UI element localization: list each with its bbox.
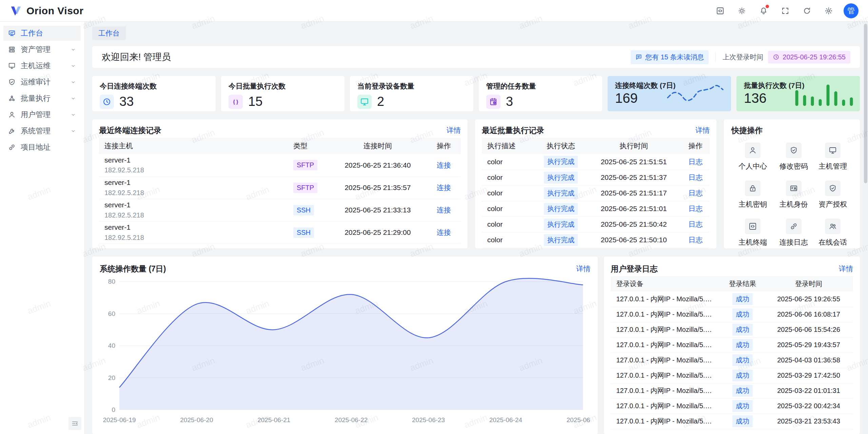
settings-icon[interactable] (822, 4, 835, 18)
sidebar-item-audit[interactable]: 运维审计 (3, 75, 81, 90)
status-badge: 成功 (732, 370, 753, 381)
quick-actions-card: 快捷操作 个人中心修改密码主机管理主机密钥主机身份资产授权主机终端连接日志在线会… (724, 119, 860, 248)
batch-icon (8, 95, 16, 102)
status-badge: 成功 (732, 400, 753, 412)
last-login-label: 上次登录时间 (723, 53, 763, 62)
table-row: 127.0.0.1 - 内网IP - Mozilla/5.0 (Windows … (611, 307, 853, 322)
stat-card: 当前登录设备数量2 (350, 76, 473, 111)
quick-action-label: 个人中心 (738, 162, 767, 171)
status-badge: 成功 (732, 354, 753, 366)
user-avatar[interactable]: 管 (844, 3, 859, 18)
user-login-log-card: 用户登录日志 详情 登录设备登录结果登录时间 127.0.0.1 - 内网IP … (604, 257, 860, 434)
unread-messages-badge[interactable]: 您有 15 条未读消息 (631, 50, 709, 64)
sidebar-item-users[interactable]: 用户管理 (3, 107, 81, 122)
quick-action-连接日志[interactable]: 连接日志 (774, 219, 813, 247)
exec-time: 2025-06-25 21:50:10 (586, 232, 681, 248)
exec-details-link[interactable]: 详情 (695, 126, 710, 135)
sidebar-item-system[interactable]: 系统管理 (3, 124, 81, 138)
svg-text:2025-06-22: 2025-06-22 (335, 416, 368, 423)
terminal-details-link[interactable]: 详情 (447, 126, 461, 135)
chevron-down-icon (71, 96, 76, 101)
quick-action-主机终端[interactable]: 主机终端 (731, 219, 774, 247)
audit-icon (825, 181, 841, 196)
log-link[interactable]: 日志 (688, 220, 703, 228)
sidebar-item-assets[interactable]: 资产管理 (3, 42, 81, 57)
code-icon[interactable] (713, 4, 727, 18)
monitor-icon (825, 143, 841, 158)
vertical-divider (715, 53, 716, 61)
quick-action-label: 在线会话 (818, 238, 847, 247)
card-title: 最近终端连接记录 (99, 125, 161, 136)
sidebar-item-project-url[interactable]: 项目地址 (3, 140, 81, 155)
quick-action-主机管理[interactable]: 主机管理 (813, 143, 852, 171)
quick-action-个人中心[interactable]: 个人中心 (731, 143, 774, 171)
connect-time: 2025-06-25 21:35:57 (329, 176, 427, 199)
status-badge: 执行完成 (544, 234, 578, 246)
app-logo[interactable]: Orion Visor (9, 4, 83, 17)
theme-icon[interactable] (735, 4, 749, 18)
stat-value: 15 (248, 94, 262, 109)
fullscreen-icon[interactable] (778, 4, 792, 18)
stat-label: 管理的任务数量 (486, 81, 595, 91)
connect-link[interactable]: 连接 (437, 161, 451, 169)
log-link[interactable]: 日志 (688, 173, 703, 181)
login-time: 2025-06-25 19:26:55 (764, 291, 853, 307)
status-badge: 成功 (732, 415, 753, 427)
code-icon (745, 219, 761, 234)
table-row: 127.0.0.1 - 内网IP - Mozilla/5.0 (Windows … (611, 414, 853, 429)
connect-link[interactable]: 连接 (437, 206, 451, 214)
table-row: server-1182.92.5.218SSH2025-06-25 21:33:… (99, 199, 461, 221)
quick-action-修改密码[interactable]: 修改密码 (774, 143, 813, 171)
connect-time: 2025-06-25 21:29:00 (329, 221, 427, 244)
chart-details-link[interactable]: 详情 (576, 264, 590, 273)
sidebar-item-batch-exec[interactable]: 批量执行 (3, 91, 81, 106)
login-details-link[interactable]: 详情 (839, 264, 853, 273)
column-header: 执行描述 (482, 138, 535, 154)
connect-link[interactable]: 连接 (437, 228, 451, 236)
log-link[interactable]: 日志 (688, 236, 703, 244)
stat-card: 今日连接终端次数33 (92, 76, 216, 111)
table-row: 127.0.0.1 - 内网IP - Mozilla/5.0 (Windows … (611, 353, 853, 368)
host-name: server-1 (104, 222, 282, 232)
exec-time: 2025-06-25 21:51:17 (586, 185, 681, 201)
login-time: 2025-03-21 23:53:43 (764, 414, 853, 429)
connect-link[interactable]: 连接 (437, 184, 451, 191)
card-title: 最近批量执行记录 (482, 125, 544, 136)
table-row: color执行完成2025-06-25 21:51:37日志 (482, 170, 710, 185)
card-title: 系统操作数量 (7日) (100, 264, 166, 274)
chevron-down-icon (71, 63, 76, 69)
notification-dot (766, 5, 769, 8)
chevron-down-icon (71, 47, 76, 52)
quick-action-label: 主机管理 (818, 162, 847, 171)
breadcrumb[interactable]: 工作台 (92, 26, 126, 40)
exec-desc: color (482, 232, 535, 248)
quick-action-label: 修改密码 (780, 162, 808, 171)
log-link[interactable]: 日志 (688, 158, 703, 166)
sidebar-collapse-button[interactable] (68, 417, 81, 430)
audit-icon (8, 78, 16, 86)
sidebar-item-workbench[interactable]: 工作台 (3, 26, 81, 41)
quick-action-主机身份[interactable]: 主机身份 (774, 181, 813, 209)
quick-action-在线会话[interactable]: 在线会话 (813, 219, 852, 247)
table-row: 127.0.0.1 - 内网IP - Mozilla/5.0 (Windows … (611, 322, 853, 337)
sidebar-item-label: 主机运维 (21, 61, 51, 71)
log-link[interactable]: 日志 (688, 189, 703, 197)
batch-executions-7d-card: 批量执行次数 (7日) 136 (736, 76, 860, 111)
log-link[interactable]: 日志 (688, 205, 703, 212)
sidebar-item-label: 资产管理 (21, 44, 51, 55)
table-row: 127.0.0.1 - 内网IP - Mozilla/5.0 (Windows … (611, 291, 853, 307)
lock-icon (745, 181, 761, 196)
exec-desc: color (482, 170, 535, 185)
quick-action-主机密钥[interactable]: 主机密钥 (731, 181, 774, 209)
stat-label: 今日批量执行次数 (229, 81, 337, 91)
refresh-icon[interactable] (800, 4, 814, 18)
vertical-scrollbar (863, 22, 868, 434)
card-title: 快捷操作 (731, 125, 763, 136)
system-operations-chart-card: 系统操作数量 (7日) 详情 0204060802025-06-192025-0… (92, 257, 598, 434)
column-header: 操作 (681, 138, 710, 154)
host-name: server-1 (104, 155, 282, 165)
bell-icon[interactable] (757, 4, 770, 18)
scrollbar-thumb[interactable] (864, 24, 867, 183)
quick-action-资产授权[interactable]: 资产授权 (813, 181, 852, 209)
sidebar-item-host-ops[interactable]: 主机运维 (3, 58, 81, 73)
